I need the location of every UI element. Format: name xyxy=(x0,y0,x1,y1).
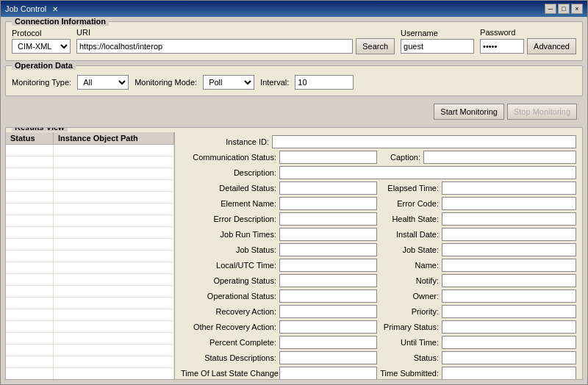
time-last-state-input[interactable] xyxy=(279,367,377,379)
job-status-label: Job Status: xyxy=(181,245,276,254)
monitoring-mode-label: Monitoring Mode: xyxy=(135,78,197,87)
table-row[interactable] xyxy=(6,262,174,274)
until-time-input[interactable] xyxy=(442,336,576,349)
elapsed-time-label: Elapsed Time: xyxy=(380,184,439,192)
table-row[interactable] xyxy=(6,204,174,215)
health-state-field: Health State: xyxy=(380,212,576,226)
table-row[interactable] xyxy=(6,333,174,345)
operational-status-input[interactable] xyxy=(279,289,377,303)
priority-field: Priority: xyxy=(380,305,576,318)
instance-id-input[interactable] xyxy=(272,135,576,148)
table-row[interactable] xyxy=(6,309,174,321)
status-desc-input[interactable] xyxy=(279,351,377,364)
status-input[interactable] xyxy=(442,351,576,364)
job-run-times-input[interactable] xyxy=(279,228,377,241)
monitoring-mode-select[interactable]: Poll xyxy=(203,75,254,90)
operating-status-input[interactable] xyxy=(279,274,377,287)
error-desc-input[interactable] xyxy=(279,212,377,226)
search-button[interactable]: Search xyxy=(356,38,395,54)
table-row[interactable] xyxy=(6,215,174,227)
other-recovery-field: Other Recovery Action: xyxy=(181,320,377,334)
title-bar: Job Control ✕ ─ □ × xyxy=(1,1,587,17)
other-recovery-input[interactable] xyxy=(279,320,377,334)
operating-status-label: Operating Status: xyxy=(181,276,276,285)
results-form-panel: Instance ID: Communication Status: xyxy=(175,132,582,379)
error-desc-row: Error Description: Health State: xyxy=(181,212,576,226)
description-label: Description: xyxy=(181,168,276,177)
maximize-button[interactable]: □ xyxy=(558,4,570,14)
name-field: Name: xyxy=(380,259,576,272)
col-status: Status xyxy=(6,132,54,144)
element-name-row: Element Name: Error Code: xyxy=(181,197,576,210)
comm-status-input[interactable] xyxy=(279,151,377,164)
caption-field: Caption: xyxy=(380,151,576,164)
detailed-status-input[interactable] xyxy=(279,181,377,195)
percent-complete-input[interactable] xyxy=(279,336,377,349)
col-path: Instance Object Path xyxy=(54,132,174,144)
password-input[interactable] xyxy=(480,39,524,54)
tab-close-icon[interactable]: ✕ xyxy=(52,5,58,13)
table-row[interactable] xyxy=(6,145,174,156)
description-input[interactable] xyxy=(279,166,576,179)
recovery-action-label: Recovery Action: xyxy=(181,307,276,316)
table-row[interactable] xyxy=(6,180,174,192)
interval-input[interactable] xyxy=(295,75,354,90)
table-row[interactable] xyxy=(6,192,174,204)
install-date-field: Install Date: xyxy=(380,228,576,241)
priority-input[interactable] xyxy=(442,305,576,318)
error-code-input[interactable] xyxy=(442,197,576,210)
primary-status-input[interactable] xyxy=(442,320,576,334)
status-label: Status: xyxy=(380,353,439,362)
username-label: Username xyxy=(401,29,474,37)
time-submitted-input[interactable] xyxy=(442,367,576,379)
close-button[interactable]: × xyxy=(571,4,583,14)
local-utc-input[interactable] xyxy=(279,259,377,272)
element-name-label: Element Name: xyxy=(181,199,276,208)
username-group: Username xyxy=(401,29,474,54)
table-row[interactable] xyxy=(6,298,174,309)
table-row[interactable] xyxy=(6,227,174,239)
operation-section-title: Operation Data xyxy=(12,61,76,70)
job-state-input[interactable] xyxy=(442,243,576,256)
protocol-label: Protocol xyxy=(12,29,71,37)
table-row[interactable] xyxy=(6,168,174,180)
percent-complete-label: Percent Complete: xyxy=(181,338,276,347)
element-name-input[interactable] xyxy=(279,197,377,210)
advanced-button[interactable]: Advanced xyxy=(527,38,576,54)
operation-row: Monitoring Type: All Monitoring Mode: Po… xyxy=(12,72,576,90)
table-row[interactable] xyxy=(6,239,174,251)
job-status-input[interactable] xyxy=(279,243,377,256)
start-monitoring-button[interactable]: Start Monitoring xyxy=(434,104,504,120)
instance-id-row: Instance ID: xyxy=(181,135,576,148)
protocol-select[interactable]: CIM-XML xyxy=(12,39,71,54)
caption-input[interactable] xyxy=(423,151,576,164)
elapsed-time-input[interactable] xyxy=(442,181,576,195)
table-row[interactable] xyxy=(6,321,174,333)
detailed-status-label: Detailed Status: xyxy=(181,184,276,192)
table-row[interactable] xyxy=(6,368,174,379)
table-row[interactable] xyxy=(6,286,174,298)
table-row[interactable] xyxy=(6,345,174,356)
table-row[interactable] xyxy=(6,356,174,368)
health-state-input[interactable] xyxy=(442,212,576,226)
notify-input[interactable] xyxy=(442,274,576,287)
table-row[interactable] xyxy=(6,156,174,168)
results-section: Results View Status Instance Object Path xyxy=(5,127,583,380)
monitoring-type-select[interactable]: All xyxy=(77,75,129,90)
install-date-input[interactable] xyxy=(442,228,576,241)
results-table-panel: Status Instance Object Path xyxy=(6,132,175,379)
element-name-field: Element Name: xyxy=(181,197,377,210)
name-input[interactable] xyxy=(442,259,576,272)
table-row[interactable] xyxy=(6,251,174,262)
uri-input[interactable] xyxy=(76,39,353,54)
owner-input[interactable] xyxy=(442,289,576,303)
recovery-action-input[interactable] xyxy=(279,305,377,318)
error-desc-label: Error Description: xyxy=(181,215,276,223)
minimize-button[interactable]: ─ xyxy=(545,4,556,14)
status-field: Status: xyxy=(380,351,576,364)
username-input[interactable] xyxy=(401,39,474,54)
password-label: Password xyxy=(480,28,576,37)
stop-monitoring-button[interactable]: Stop Monitoring xyxy=(507,104,577,120)
status-desc-label: Status Descriptions: xyxy=(181,353,276,362)
table-row[interactable] xyxy=(6,274,174,286)
